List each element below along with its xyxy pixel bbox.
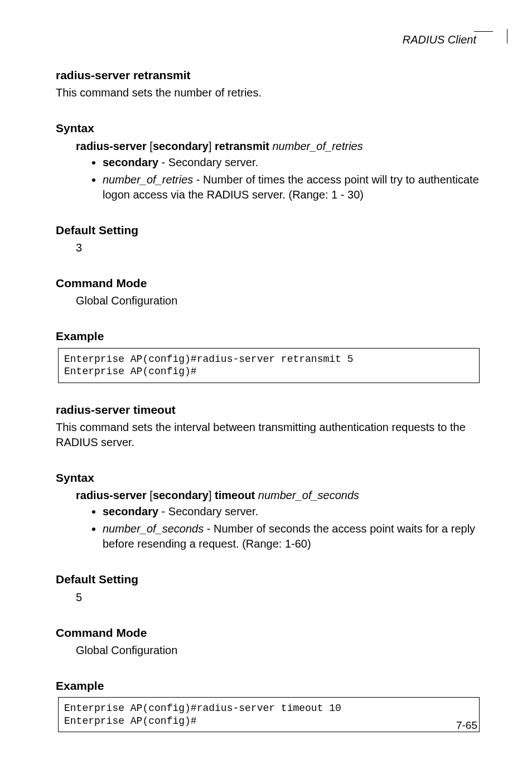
bullet-term: number_of_retries <box>103 173 193 186</box>
bullet-desc: - Secondary server. <box>158 505 258 517</box>
crop-mark-top-right <box>474 31 507 46</box>
section1-syntax-line: radius-server [secondary] retransmit num… <box>56 139 482 154</box>
section1-syntax-label: Syntax <box>56 120 482 136</box>
syntax-subcmd: retransmit <box>215 140 269 152</box>
section1-default-value: 3 <box>56 240 482 255</box>
section2-default-value: 5 <box>56 590 482 605</box>
section1-code-block: Enterprise AP(config)#radius-server retr… <box>58 348 480 383</box>
syntax-option: secondary <box>153 140 209 152</box>
syntax-cmd: radius-server <box>76 140 147 152</box>
bullet-item: secondary - Secondary server. <box>103 504 482 519</box>
bullet-item: number_of_seconds - Number of seconds th… <box>103 521 482 552</box>
section2-bullets: secondary - Secondary server. number_of_… <box>56 504 482 552</box>
section1-title: radius-server retransmit <box>56 67 482 83</box>
syntax-cmd: radius-server <box>76 489 147 501</box>
section2-code-block: Enterprise AP(config)#radius-server time… <box>58 697 480 732</box>
section2-syntax-label: Syntax <box>56 470 482 486</box>
section2-default-label: Default Setting <box>56 572 482 587</box>
section2-mode-label: Command Mode <box>56 625 482 641</box>
bullet-item: secondary - Secondary server. <box>103 155 482 170</box>
bullet-desc: - Secondary server. <box>158 156 258 168</box>
page-number: 7-65 <box>456 718 477 733</box>
syntax-close-bracket: ] <box>209 489 215 501</box>
section2-example-label: Example <box>56 678 482 694</box>
section2-mode-value: Global Configuration <box>56 643 482 658</box>
section2-title: radius-server timeout <box>56 402 482 418</box>
section2-intro: This command sets the interval between t… <box>56 420 482 450</box>
running-header: RADIUS Client <box>56 32 482 47</box>
bullet-term: number_of_seconds <box>103 523 204 535</box>
syntax-close-bracket: ] <box>209 140 215 152</box>
section1-mode-value: Global Configuration <box>56 293 482 308</box>
syntax-subcmd: timeout <box>215 489 255 501</box>
section1-default-label: Default Setting <box>56 222 482 238</box>
bullet-term: secondary <box>103 156 158 168</box>
section1-mode-label: Command Mode <box>56 275 482 291</box>
bullet-term: secondary <box>103 505 158 517</box>
section1-intro: This command sets the number of retries. <box>56 85 482 100</box>
syntax-arg: number_of_retries <box>272 140 362 152</box>
page-content: RADIUS Client radius-server retransmit T… <box>0 0 532 732</box>
section1-bullets: secondary - Secondary server. number_of_… <box>56 155 482 202</box>
syntax-arg: number_of_seconds <box>258 489 359 501</box>
syntax-option: secondary <box>153 489 209 501</box>
section2-syntax-line: radius-server [secondary] timeout number… <box>56 488 482 503</box>
bullet-item: number_of_retries - Number of times the … <box>103 172 482 202</box>
section1-example-label: Example <box>56 328 482 344</box>
